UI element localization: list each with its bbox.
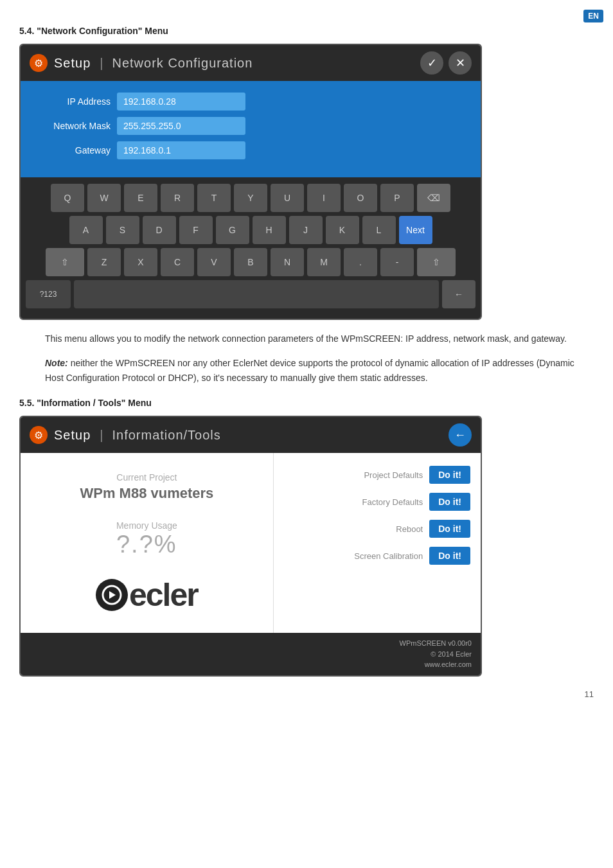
key-w[interactable]: W [87, 184, 121, 212]
screen-calibration-button[interactable]: Do it! [429, 547, 470, 565]
factory-defaults-row: Factory Defaults Do it! [284, 493, 470, 511]
network-description: This menu allows you to modify the netwo… [19, 332, 594, 346]
key-d[interactable]: D [143, 216, 176, 244]
key-m[interactable]: M [307, 248, 341, 276]
screen-calibration-label: Screen Calibration [354, 551, 423, 561]
key-a[interactable]: A [69, 216, 103, 244]
key-dot[interactable]: . [344, 248, 377, 276]
gateway-label: Gateway [33, 145, 117, 155]
check-button[interactable]: ✓ [420, 51, 443, 75]
keyboard: Q W E R T Y U I O P ⌫ A S D F G H J K L … [21, 177, 481, 319]
footer-line1: WPmSCREEN v0.00r0 [30, 638, 472, 649]
factory-defaults-label: Factory Defaults [362, 497, 423, 507]
key-j[interactable]: J [289, 216, 323, 244]
key-v[interactable]: V [197, 248, 231, 276]
key-f[interactable]: F [179, 216, 213, 244]
key-h[interactable]: H [253, 216, 286, 244]
shift-key-right[interactable]: ⇧ [417, 248, 456, 276]
key-k[interactable]: K [326, 216, 359, 244]
key-n[interactable]: N [271, 248, 304, 276]
title-pipe: | [100, 56, 103, 71]
enter-back-key[interactable]: ← [442, 280, 475, 308]
project-defaults-label: Project Defaults [364, 470, 423, 480]
gateway-row: Gateway [33, 141, 468, 159]
info-back-button[interactable]: ← [449, 423, 472, 447]
key-z[interactable]: Z [87, 248, 121, 276]
gateway-input[interactable] [117, 141, 245, 159]
info-titlebar: ⚙ Setup | Information/Tools ← [21, 417, 481, 453]
footer-line3: www.ecler.com [30, 659, 472, 670]
setup-label: Setup [54, 56, 91, 71]
key-r[interactable]: R [161, 184, 194, 212]
svg-marker-1 [109, 591, 116, 599]
section-4-heading: 5.4. "Network Configuration" Menu [19, 26, 594, 36]
memory-value: ?.?% [116, 531, 177, 558]
keyboard-row-3: ⇧ Z X C V B N M . - ⇧ [26, 248, 475, 276]
info-titlebar-buttons: ← [449, 423, 472, 447]
factory-defaults-button[interactable]: Do it! [429, 493, 470, 511]
note-body: neither the WPmSCREEN nor any other Ecle… [45, 358, 574, 382]
keyboard-row-4: ?123 ← [26, 280, 475, 308]
key-l[interactable]: L [362, 216, 396, 244]
network-config-window: ⚙ Setup | Network Configuration ✓ ✕ IP A… [19, 44, 482, 320]
screen-calibration-row: Screen Calibration Do it! [284, 547, 470, 565]
key-x[interactable]: X [124, 248, 157, 276]
reboot-row: Reboot Do it! [284, 520, 470, 538]
page-number: 11 [19, 689, 594, 699]
ip-address-input[interactable] [117, 93, 245, 111]
current-project-section: Current Project WPm M88 vumeters [80, 472, 213, 502]
key-b[interactable]: B [234, 248, 267, 276]
key-dash[interactable]: - [380, 248, 414, 276]
key-u[interactable]: U [271, 184, 304, 212]
reboot-button[interactable]: Do it! [429, 520, 470, 538]
next-key[interactable]: Next [399, 216, 432, 244]
keyboard-row-2: A S D F G H J K L Next [26, 216, 475, 244]
key-o[interactable]: O [344, 184, 377, 212]
shift-key-left[interactable]: ⇧ [46, 248, 84, 276]
space-key[interactable] [74, 280, 439, 308]
key-p[interactable]: P [380, 184, 414, 212]
info-tools-window: ⚙ Setup | Information/Tools ← Current Pr… [19, 416, 482, 677]
titlebar-left: ⚙ Setup | Network Configuration [30, 54, 253, 72]
close-button[interactable]: ✕ [449, 51, 472, 75]
titlebar-buttons: ✓ ✕ [420, 51, 472, 75]
backspace-key[interactable]: ⌫ [417, 184, 450, 212]
network-form: IP Address Network Mask Gateway [21, 81, 481, 177]
info-body: Current Project WPm M88 vumeters Memory … [21, 453, 481, 633]
info-footer: WPmSCREEN v0.00r0 © 2014 Ecler www.ecler… [21, 633, 481, 675]
section-5-heading: 5.5. "Information / Tools" Menu [19, 398, 594, 408]
gear-icon: ⚙ [30, 54, 48, 72]
num-key[interactable]: ?123 [26, 280, 71, 308]
key-t[interactable]: T [197, 184, 231, 212]
network-mask-label: Network Mask [33, 121, 117, 131]
project-defaults-row: Project Defaults Do it! [284, 466, 470, 484]
footer-line2: © 2014 Ecler [30, 649, 472, 660]
key-e[interactable]: E [124, 184, 157, 212]
key-s[interactable]: S [106, 216, 139, 244]
key-y[interactable]: Y [234, 184, 267, 212]
network-mask-input[interactable] [117, 117, 245, 135]
project-defaults-button[interactable]: Do it! [429, 466, 470, 484]
memory-section: Memory Usage ?.?% [116, 508, 177, 558]
key-i[interactable]: I [307, 184, 341, 212]
info-left-panel: Current Project WPm M88 vumeters Memory … [21, 453, 274, 633]
info-right-panel: Project Defaults Do it! Factory Defaults… [274, 453, 481, 633]
language-badge: EN [583, 10, 603, 22]
current-project-label: Current Project [80, 472, 213, 483]
note-text: Note: neither the WPmSCREEN nor any othe… [45, 356, 594, 385]
ip-address-row: IP Address [33, 93, 468, 111]
ecler-logo-icon [96, 579, 128, 611]
info-gear-icon: ⚙ [30, 426, 48, 444]
network-titlebar: ⚙ Setup | Network Configuration ✓ ✕ [21, 45, 481, 81]
key-q[interactable]: Q [51, 184, 84, 212]
reboot-label: Reboot [396, 524, 423, 534]
info-setup-label: Setup [54, 428, 91, 443]
info-title-pipe: | [100, 428, 103, 443]
note-bold-label: Note: [45, 358, 68, 368]
network-config-label: Network Configuration [112, 56, 253, 71]
info-config-label: Information/Tools [112, 428, 220, 443]
info-titlebar-left: ⚙ Setup | Information/Tools [30, 426, 221, 444]
ecler-logo: ecler [96, 576, 198, 614]
key-g[interactable]: G [216, 216, 249, 244]
key-c[interactable]: C [161, 248, 194, 276]
